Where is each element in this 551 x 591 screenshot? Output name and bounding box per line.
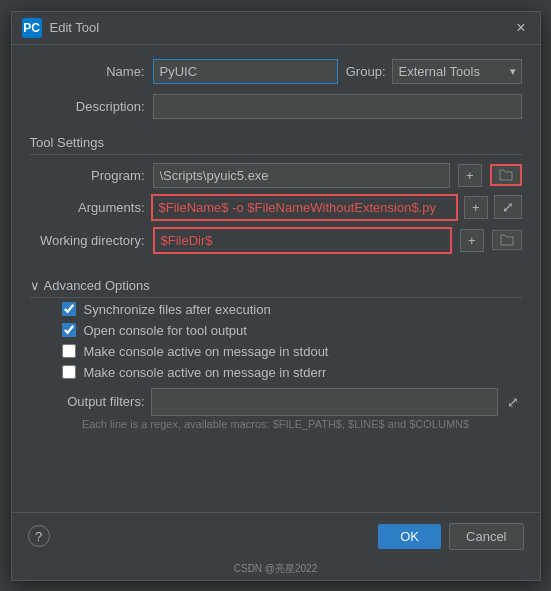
output-filters-label: Output filters: (30, 394, 145, 409)
tool-settings-section: Tool Settings Program: + Arguments: + ⤢ (30, 135, 522, 254)
advanced-options-label: Advanced Options (44, 278, 150, 293)
description-row: Description: (30, 94, 522, 119)
stderr-checkbox[interactable] (62, 365, 76, 379)
arguments-expand-button[interactable]: ⤢ (494, 195, 522, 219)
stderr-row: Make console active on message in stderr (56, 365, 522, 380)
app-icon: PC (22, 18, 42, 38)
help-button[interactable]: ? (28, 525, 50, 547)
advanced-options-toggle[interactable]: ∨ Advanced Options (30, 278, 522, 293)
group-label: Group: (346, 64, 386, 79)
close-button[interactable]: × (512, 20, 529, 36)
edit-tool-dialog: PC Edit Tool × Name: Group: External Too… (11, 11, 541, 581)
console-checkbox[interactable] (62, 323, 76, 337)
dialog-footer: ? OK Cancel (12, 512, 540, 560)
name-input[interactable] (153, 59, 338, 84)
watermark: CSDN @亮星2022 (12, 560, 540, 580)
advanced-chevron: ∨ (30, 278, 40, 293)
output-expand-button[interactable]: ⤢ (504, 394, 522, 410)
arguments-row: Arguments: + ⤢ (30, 194, 522, 221)
stderr-label[interactable]: Make console active on message in stderr (84, 365, 327, 380)
sync-checkbox[interactable] (62, 302, 76, 316)
title-bar: PC Edit Tool × (12, 12, 540, 45)
cancel-button[interactable]: Cancel (449, 523, 523, 550)
dialog-title: Edit Tool (50, 20, 505, 35)
working-directory-row: Working directory: + (30, 227, 522, 254)
arguments-label: Arguments: (30, 200, 145, 215)
description-label: Description: (30, 99, 145, 114)
output-filters-row: Output filters: ⤢ (30, 388, 522, 416)
program-row: Program: + (30, 163, 522, 188)
working-directory-label: Working directory: (30, 233, 145, 248)
name-group-row: Name: Group: External Tools (30, 59, 522, 84)
advanced-options-section: ∨ Advanced Options Synchronize files aft… (30, 272, 522, 430)
working-directory-input[interactable] (153, 227, 452, 254)
console-row: Open console for tool output (56, 323, 522, 338)
dialog-content: Name: Group: External Tools Description:… (12, 45, 540, 512)
program-folder-button[interactable] (490, 164, 522, 186)
stdout-row: Make console active on message in stdout (56, 344, 522, 359)
tool-settings-label: Tool Settings (30, 135, 104, 150)
advanced-checkboxes: Synchronize files after execution Open c… (30, 302, 522, 380)
name-label: Name: (30, 64, 145, 79)
sync-row: Synchronize files after execution (56, 302, 522, 317)
program-input[interactable] (153, 163, 450, 188)
sync-label[interactable]: Synchronize files after execution (84, 302, 271, 317)
output-filters-input[interactable] (151, 388, 498, 416)
ok-button[interactable]: OK (378, 524, 441, 549)
description-input[interactable] (153, 94, 522, 119)
group-select-wrapper: External Tools (392, 59, 522, 84)
workdir-add-button[interactable]: + (460, 229, 484, 252)
output-hint: Each line is a regex, available macros: … (30, 418, 522, 430)
stdout-checkbox[interactable] (62, 344, 76, 358)
group-container: Group: External Tools (346, 59, 522, 84)
workdir-folder-button[interactable] (492, 230, 522, 250)
program-label: Program: (30, 168, 145, 183)
program-add-button[interactable]: + (458, 164, 482, 187)
group-select[interactable]: External Tools (392, 59, 522, 84)
arguments-add-button[interactable]: + (464, 196, 488, 219)
stdout-label[interactable]: Make console active on message in stdout (84, 344, 329, 359)
arguments-input[interactable] (151, 194, 458, 221)
console-label[interactable]: Open console for tool output (84, 323, 247, 338)
